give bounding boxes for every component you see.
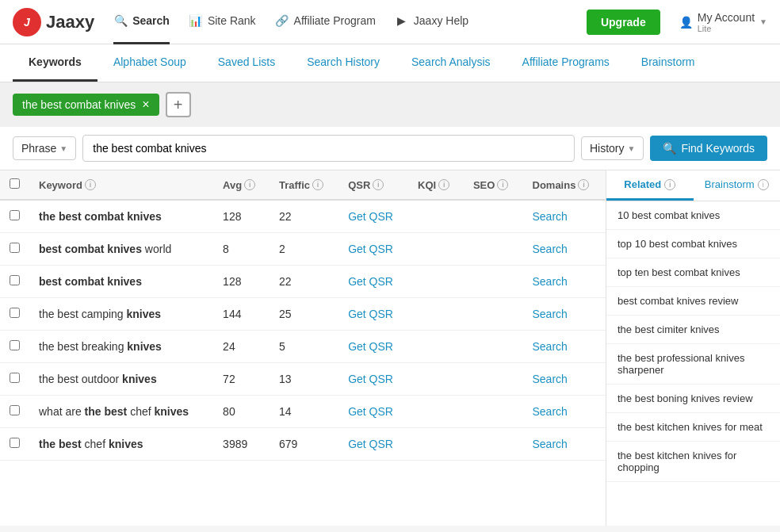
cell-keyword: the best camping knives bbox=[29, 298, 213, 331]
history-dropdown[interactable]: History ▼ bbox=[581, 136, 644, 160]
search-link[interactable]: Search bbox=[533, 405, 568, 418]
tab-alphabet-soup[interactable]: Alphabet Soup bbox=[98, 44, 202, 82]
row-checkbox[interactable] bbox=[10, 373, 20, 383]
related-keyword-item[interactable]: the best kitchen knives for chopping bbox=[606, 442, 780, 482]
cell-qsr[interactable]: Get QSR bbox=[338, 396, 408, 428]
get-qsr-link[interactable]: Get QSR bbox=[348, 405, 393, 418]
nav-item-affiliate-program[interactable]: 🔗 Affiliate Program bbox=[275, 0, 376, 44]
related-tab-info-icon[interactable]: i bbox=[664, 179, 675, 190]
related-keyword-item[interactable]: the best professional knives sharpener bbox=[606, 344, 780, 385]
keyword-col-label: Keyword bbox=[39, 179, 82, 191]
cell-qsr[interactable]: Get QSR bbox=[338, 331, 408, 363]
related-keyword-item[interactable]: the best kitchen knives for meat bbox=[606, 413, 780, 442]
nav-help-label: Jaaxy Help bbox=[414, 14, 468, 27]
select-all-checkbox[interactable] bbox=[10, 178, 20, 189]
phrase-dropdown[interactable]: Phrase ▼ bbox=[13, 136, 76, 160]
cell-qsr[interactable]: Get QSR bbox=[338, 428, 408, 461]
add-tag-button[interactable]: + bbox=[166, 92, 191, 117]
account-chevron-icon: ▼ bbox=[759, 17, 767, 26]
qsr-info-icon[interactable]: i bbox=[373, 179, 384, 190]
tab-search-analysis[interactable]: Search Analysis bbox=[396, 44, 507, 82]
cell-qsr[interactable]: Get QSR bbox=[338, 233, 408, 266]
search-link[interactable]: Search bbox=[533, 210, 568, 223]
row-checkbox[interactable] bbox=[10, 340, 20, 350]
kqi-info-icon[interactable]: i bbox=[438, 179, 449, 190]
cell-domains[interactable]: Search bbox=[523, 200, 606, 233]
related-keyword-item[interactable]: 10 best combat knives bbox=[606, 201, 780, 230]
cell-domains[interactable]: Search bbox=[523, 428, 606, 461]
get-qsr-link[interactable]: Get QSR bbox=[348, 243, 393, 255]
nav-item-jaaxy-help[interactable]: ▶ Jaaxy Help bbox=[395, 0, 468, 44]
tab-saved-lists[interactable]: Saved Lists bbox=[202, 44, 291, 82]
related-keyword-item[interactable]: best combat knives review bbox=[606, 287, 780, 316]
row-checkbox[interactable] bbox=[10, 438, 20, 448]
related-keyword-item[interactable]: the best cimiter knives bbox=[606, 316, 780, 344]
search-link[interactable]: Search bbox=[533, 340, 568, 353]
cell-qsr[interactable]: Get QSR bbox=[338, 266, 408, 298]
col-header-avg: Avg i bbox=[213, 170, 270, 200]
cell-qsr[interactable]: Get QSR bbox=[338, 363, 408, 396]
related-keyword-item[interactable]: top ten best combat knives bbox=[606, 258, 780, 287]
cell-qsr[interactable]: Get QSR bbox=[338, 200, 408, 233]
get-qsr-link[interactable]: Get QSR bbox=[348, 210, 393, 223]
nav-item-search[interactable]: 🔍 Search bbox=[113, 0, 170, 44]
seo-info-icon[interactable]: i bbox=[497, 179, 508, 190]
search-link[interactable]: Search bbox=[533, 373, 568, 385]
cell-domains[interactable]: Search bbox=[523, 396, 606, 428]
cell-domains[interactable]: Search bbox=[523, 298, 606, 331]
related-keyword-item[interactable]: top 10 best combat knives bbox=[606, 230, 780, 258]
search-link[interactable]: Search bbox=[533, 243, 568, 255]
search-icon: 🔍 bbox=[663, 142, 676, 155]
traffic-info-icon[interactable]: i bbox=[312, 179, 323, 190]
get-qsr-link[interactable]: Get QSR bbox=[348, 340, 393, 353]
logo[interactable]: J Jaaxy bbox=[13, 8, 94, 36]
domains-info-icon[interactable]: i bbox=[578, 179, 589, 190]
upgrade-button[interactable]: Upgrade bbox=[587, 10, 660, 35]
row-checkbox[interactable] bbox=[10, 243, 20, 253]
row-checkbox[interactable] bbox=[10, 275, 20, 285]
find-keywords-button[interactable]: 🔍 Find Keywords bbox=[650, 136, 767, 161]
cell-seo bbox=[464, 428, 523, 461]
col-header-keyword: Keyword i bbox=[29, 170, 213, 200]
tab-affiliate-programs[interactable]: Affiliate Programs bbox=[507, 44, 625, 82]
tab-brainstorm[interactable]: Brainstorm bbox=[625, 44, 711, 82]
site-rank-icon: 📊 bbox=[189, 13, 203, 28]
cell-kqi bbox=[408, 298, 464, 331]
col-header-qsr: QSR i bbox=[338, 170, 408, 200]
panel-tab-related[interactable]: Related i bbox=[606, 170, 694, 201]
cell-avg: 72 bbox=[213, 363, 270, 396]
my-account[interactable]: 👤 My Account Lite ▼ bbox=[679, 11, 767, 33]
related-keyword-item[interactable]: the best boning knives review bbox=[606, 385, 780, 413]
search-link[interactable]: Search bbox=[533, 438, 568, 450]
get-qsr-link[interactable]: Get QSR bbox=[348, 373, 393, 385]
cell-seo bbox=[464, 266, 523, 298]
search-link[interactable]: Search bbox=[533, 308, 568, 320]
search-link[interactable]: Search bbox=[533, 275, 568, 288]
main-content: the best combat knives × + Phrase ▼ Hist… bbox=[0, 82, 780, 526]
panel-tab-brainstorm[interactable]: Brainstorm i bbox=[694, 170, 781, 201]
table-row: the best combat knives12822Get QSRSearch bbox=[0, 200, 606, 233]
cell-domains[interactable]: Search bbox=[523, 266, 606, 298]
nav-item-site-rank[interactable]: 📊 Site Rank bbox=[189, 0, 256, 44]
row-checkbox[interactable] bbox=[10, 405, 20, 415]
cell-domains[interactable]: Search bbox=[523, 363, 606, 396]
cell-keyword: the best combat knives bbox=[29, 200, 213, 233]
keyword-info-icon[interactable]: i bbox=[85, 179, 96, 190]
row-checkbox[interactable] bbox=[10, 308, 20, 318]
top-nav-items: 🔍 Search 📊 Site Rank 🔗 Affiliate Program… bbox=[113, 0, 568, 44]
tab-keywords[interactable]: Keywords bbox=[13, 44, 98, 82]
tag-close-button[interactable]: × bbox=[142, 98, 149, 111]
avg-info-icon[interactable]: i bbox=[244, 179, 255, 190]
cell-qsr[interactable]: Get QSR bbox=[338, 298, 408, 331]
cell-domains[interactable]: Search bbox=[523, 233, 606, 266]
get-qsr-link[interactable]: Get QSR bbox=[348, 275, 393, 288]
cell-domains[interactable]: Search bbox=[523, 331, 606, 363]
row-checkbox[interactable] bbox=[10, 210, 20, 220]
get-qsr-link[interactable]: Get QSR bbox=[348, 438, 393, 450]
logo-text: Jaaxy bbox=[46, 12, 94, 33]
account-sub-label: Lite bbox=[698, 24, 755, 33]
tab-search-history[interactable]: Search History bbox=[291, 44, 396, 82]
get-qsr-link[interactable]: Get QSR bbox=[348, 308, 393, 320]
brainstorm-tab-info-icon[interactable]: i bbox=[758, 179, 769, 190]
keyword-search-input[interactable] bbox=[82, 135, 575, 162]
